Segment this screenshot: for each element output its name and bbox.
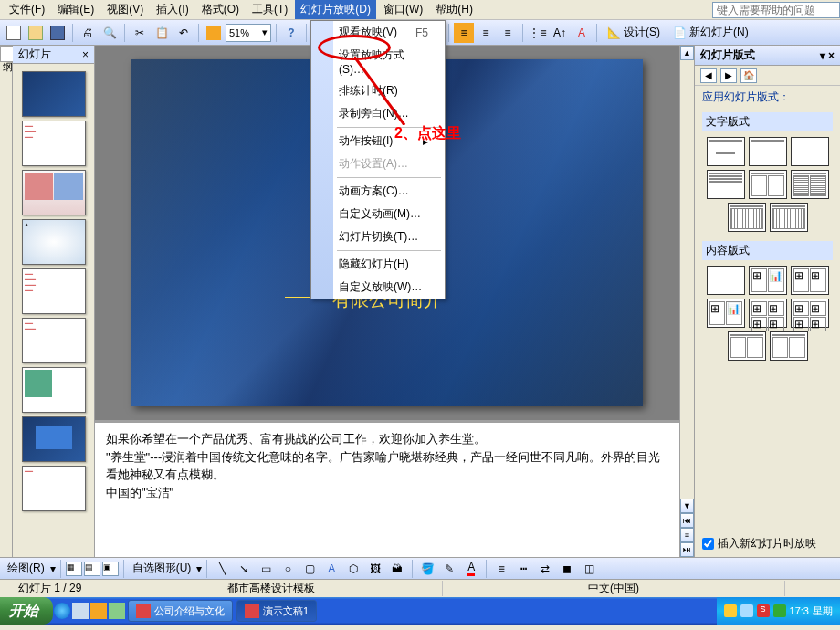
ql-app2-icon[interactable] [109, 603, 125, 619]
layout-item[interactable] [749, 137, 787, 166]
menu-slideshow[interactable]: 幻灯片放映(D) [295, 0, 376, 19]
tray-vol-icon[interactable] [740, 604, 753, 617]
3d-icon[interactable]: ◫ [579, 559, 599, 579]
dash-icon[interactable]: ┅ [513, 559, 533, 579]
menu-window[interactable]: 窗口(W) [378, 0, 428, 19]
inc-size-icon[interactable]: A↑ [550, 23, 570, 43]
bullets-icon[interactable]: ⋮≡ [528, 23, 548, 43]
slide-thumb[interactable]: ━━━━━━━ [22, 318, 86, 363]
align-l2-icon[interactable]: ≡ [454, 23, 474, 43]
vertical-scrollbar[interactable]: ▲ ▼ ⏮ ≡ ⏭ [679, 46, 694, 557]
menu-tools[interactable]: 工具(T) [247, 0, 293, 19]
task-fwd-icon[interactable]: ▶ [720, 68, 737, 83]
layout-item[interactable] [791, 137, 829, 166]
menu-file[interactable]: 文件(F) [4, 0, 50, 19]
view-normal-icon[interactable]: ▦ [66, 562, 82, 576]
preview-icon[interactable]: 🔍 [100, 23, 120, 43]
align-c-icon[interactable]: ≡ [476, 23, 496, 43]
menu-action-buttons[interactable]: 动作按钮(I)▸ [311, 130, 445, 152]
menu-help[interactable]: 帮助(H) [430, 0, 478, 19]
layout-item[interactable] [707, 137, 745, 166]
oval-icon[interactable]: ○ [278, 559, 298, 579]
slide-thumb[interactable]: ✦ [22, 219, 86, 265]
menu-edit[interactable]: 编辑(E) [52, 0, 100, 19]
new-slide-button[interactable]: 📄新幻灯片(N) [667, 23, 754, 42]
slide-thumb[interactable]: ━━━━━━━━━━━━━━ [22, 268, 86, 314]
system-tray[interactable]: S 17:3 星期 [717, 597, 840, 625]
taskbar-item[interactable]: 公司介绍与文化 [128, 600, 233, 622]
layout-item[interactable]: ⊞⊞⊞⊞ [749, 299, 787, 328]
insert-show-check[interactable] [702, 538, 714, 550]
menu-insert[interactable]: 插入(I) [151, 0, 194, 19]
layout-item[interactable]: ⊞⊞ [791, 266, 829, 295]
wordart-icon[interactable]: A [321, 559, 341, 579]
arrow-icon[interactable]: ↘ [234, 559, 254, 579]
task-home-icon[interactable]: 🏠 [740, 68, 757, 83]
ql-app-icon[interactable] [90, 603, 107, 619]
help-icon[interactable]: ? [281, 23, 301, 43]
dec-size-icon[interactable]: A [572, 23, 592, 43]
slide-thumb[interactable] [22, 416, 86, 462]
menu-anim-scheme[interactable]: 动画方案(C)… [311, 180, 445, 203]
tray-shield-icon[interactable] [724, 604, 737, 617]
diagram-icon[interactable]: ⬡ [343, 559, 363, 579]
scroll-track[interactable] [680, 60, 694, 499]
design-button[interactable]: 📐设计(S) [602, 23, 666, 42]
save-icon[interactable] [47, 23, 68, 43]
slide-thumb[interactable]: ━━━━━━━━━━ [22, 121, 86, 166]
open-icon[interactable] [26, 23, 46, 43]
arrowstyle-icon[interactable]: ⇄ [535, 559, 555, 579]
undo-icon[interactable]: ↶ [173, 23, 194, 43]
line-color-icon[interactable]: ✎ [439, 559, 459, 579]
layout-item[interactable]: ⊞⊞⊞⊞ [791, 299, 829, 328]
layout-item[interactable] [770, 203, 808, 232]
scroll-down-icon[interactable]: ▼ [680, 499, 694, 513]
picture-icon[interactable]: 🏔 [387, 559, 407, 579]
layout-item[interactable] [728, 331, 766, 361]
next-slide-icon[interactable]: ⏭ [680, 542, 694, 557]
task-back-icon[interactable]: ◀ [700, 68, 717, 83]
layout-item[interactable] [791, 170, 829, 199]
menu-transition[interactable]: 幻灯片切换(T)… [311, 226, 445, 248]
tray-day[interactable]: 星期 [813, 604, 833, 618]
table-icon[interactable] [204, 23, 224, 43]
thumbs-close-icon[interactable]: × [82, 48, 89, 61]
menu-record[interactable]: 录制旁白(N)… [311, 102, 445, 125]
start-button[interactable]: 开始 [0, 597, 53, 625]
view-sorter-icon[interactable]: ▤ [84, 562, 100, 576]
tray-ime-icon[interactable]: S [757, 604, 770, 617]
menu-hide-slide[interactable]: 隐藏幻灯片(H) [311, 253, 445, 276]
layout-item[interactable]: ⊞📊 [707, 299, 745, 328]
layout-item[interactable] [707, 266, 745, 295]
menu-custom-anim[interactable]: 自定义动画(M)… [311, 203, 445, 226]
layout-item[interactable] [707, 170, 745, 199]
ql-ie-icon[interactable] [54, 603, 70, 619]
print-icon[interactable]: 🖨 [78, 23, 98, 43]
slide-thumb[interactable] [22, 367, 86, 413]
textbox-icon[interactable]: ▢ [299, 559, 320, 579]
font-color-icon[interactable]: A [461, 559, 481, 579]
tray-time[interactable]: 17:3 [790, 605, 809, 616]
ql-desktop-icon[interactable] [72, 603, 89, 619]
insert-show-checkbox[interactable]: 插入新幻灯片时放映 [695, 530, 840, 557]
menu-format[interactable]: 格式(O) [196, 0, 245, 19]
menu-rehearse[interactable]: 排练计时(R) [311, 79, 445, 102]
menu-set-show[interactable]: 设置放映方式(S)… [311, 44, 445, 79]
new-doc-icon[interactable] [4, 23, 24, 43]
copy-icon[interactable]: 📋 [152, 23, 172, 43]
menu-view-show[interactable]: 观看放映(V)F5 [311, 21, 445, 44]
help-search-input[interactable] [712, 2, 840, 18]
notes-pane[interactable]: 如果你希望在一个产品优秀、富有挑战的公司工作，欢迎你加入养生堂。 "养生堂"--… [95, 420, 679, 557]
scroll-up-icon[interactable]: ▲ [680, 46, 694, 60]
prev-slide-icon[interactable]: ⏮ [680, 513, 694, 528]
line-weight-icon[interactable]: ≡ [491, 559, 511, 579]
slide-thumb[interactable]: ━━━ [22, 466, 86, 511]
tray-net-icon[interactable] [773, 604, 786, 617]
layout-item[interactable] [749, 170, 787, 199]
view-show-icon[interactable]: ▣ [102, 562, 119, 576]
draw-label[interactable]: 绘图(R) [4, 561, 48, 576]
align-r-icon[interactable]: ≡ [498, 23, 518, 43]
slide-thumb[interactable] [22, 170, 86, 215]
slide-nav-icon[interactable]: ≡ [680, 528, 694, 542]
slide-thumb[interactable] [22, 71, 86, 117]
